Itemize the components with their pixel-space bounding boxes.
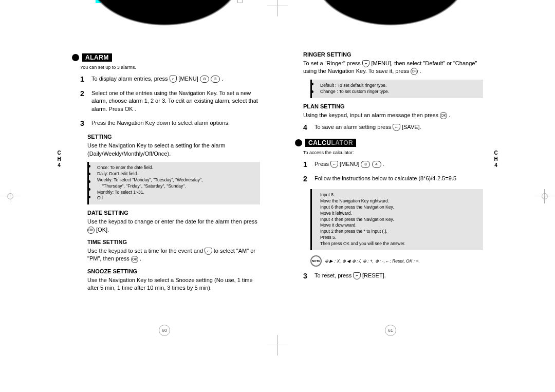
snooze-setting-heading: SNOOZE SETTING bbox=[87, 268, 260, 274]
time-setting-body: Use the keypad to set a time for the eve… bbox=[87, 247, 260, 263]
page-header-right: TOOLS bbox=[278, 0, 504, 46]
setting-infobox: Once: To enter the date field. Daily: Do… bbox=[87, 162, 260, 204]
note-icon: NOTE bbox=[310, 255, 322, 267]
alarm-step-2: Select one of the entries using the Navi… bbox=[91, 89, 260, 113]
page-spread: TOOLS CH4 ALARM You can set up to 3 alar… bbox=[51, 0, 504, 356]
save-step: 4To save an alarm setting press ⌐ [SAVE]… bbox=[303, 123, 483, 132]
calc-step-2: Follow the instructions below to calcula… bbox=[314, 175, 483, 183]
calc-step-3: To reset, press ⌐ [RESET]. bbox=[314, 272, 483, 280]
ringer-body: To set a "Ringer" press ⌐ [MENU], then s… bbox=[303, 60, 483, 76]
calculator-section-header: CALCULATOR bbox=[295, 139, 483, 147]
calc-note-text: ⊕ ▶ : X, ⊕ ◀ ⊕ : /, ⊕ : +, ⊕ : -, ⌐ : Re… bbox=[325, 258, 420, 264]
setting-body: Use the Navigation Key to select a setti… bbox=[87, 142, 260, 158]
alarm-steps: 1To display alarm entries, press ⌐ [MENU… bbox=[80, 75, 260, 127]
alarm-step-3: Press the Navigation Key down to select … bbox=[91, 119, 260, 127]
calculator-heading: CALCULATOR bbox=[305, 139, 356, 147]
plan-heading: PLAN SETTING bbox=[303, 103, 483, 109]
crop-mark-left bbox=[0, 186, 21, 207]
page-title: TOOLS bbox=[278, 30, 504, 42]
page-number-61: 61 bbox=[385, 325, 396, 336]
page-60: TOOLS CH4 ALARM You can set up to 3 alar… bbox=[51, 0, 278, 345]
bullet-icon bbox=[72, 54, 79, 61]
calc-key-note: NOTE ⊕ ▶ : X, ⊕ ◀ ⊕ : /, ⊕ : +, ⊕ : -, ⌐… bbox=[310, 255, 483, 267]
alarm-heading: ALARM bbox=[82, 53, 112, 62]
alarm-intro: You can set up to 3 alarms. bbox=[80, 65, 260, 70]
plan-body: Using the keypad, input an alarm message… bbox=[303, 111, 483, 119]
calc-infobox: Input 8. Move the Navigation Key rightwa… bbox=[310, 189, 483, 250]
chapter-tab: CH4 bbox=[491, 150, 501, 169]
setting-heading: SETTING bbox=[87, 134, 260, 140]
page-header-left: TOOLS bbox=[51, 0, 278, 46]
alarm-section-header: ALARM bbox=[72, 53, 260, 62]
crop-mark-right bbox=[534, 186, 555, 207]
bullet-icon bbox=[295, 139, 302, 146]
page-61: TOOLS CH4 RINGER SETTING To set a "Ringe… bbox=[278, 0, 504, 345]
date-setting-body: Use the keypad to change or enter the da… bbox=[87, 218, 260, 234]
snooze-setting-body: Use the Navigation Key to select a Snooz… bbox=[87, 276, 260, 292]
document-spread: TOOLS CH4 ALARM You can set up to 3 alar… bbox=[0, 0, 555, 392]
chapter-tab: CH4 bbox=[54, 150, 64, 169]
alarm-step-1: To display alarm entries, press ⌐ [MENU]… bbox=[91, 75, 260, 83]
calculator-intro: To access the calculator: bbox=[303, 150, 483, 155]
ringer-heading: RINGER SETTING bbox=[303, 51, 483, 58]
ringer-infobox: Default : To set default ringer type. Ch… bbox=[310, 80, 483, 98]
calc-reset-step: 3To reset, press ⌐ [RESET]. bbox=[303, 272, 483, 280]
page-number-60: 60 bbox=[159, 325, 170, 336]
date-setting-heading: DATE SETTING bbox=[87, 210, 260, 216]
page-title: TOOLS bbox=[51, 30, 278, 42]
calc-steps: 1Press ⌐ [MENU] 8 4 . 2Follow the instru… bbox=[303, 160, 483, 183]
calc-step-1: Press ⌐ [MENU] 8 4 . bbox=[314, 160, 483, 169]
step-4: To save an alarm setting press ⌐ [SAVE]. bbox=[314, 123, 483, 132]
time-setting-heading: TIME SETTING bbox=[87, 239, 260, 245]
